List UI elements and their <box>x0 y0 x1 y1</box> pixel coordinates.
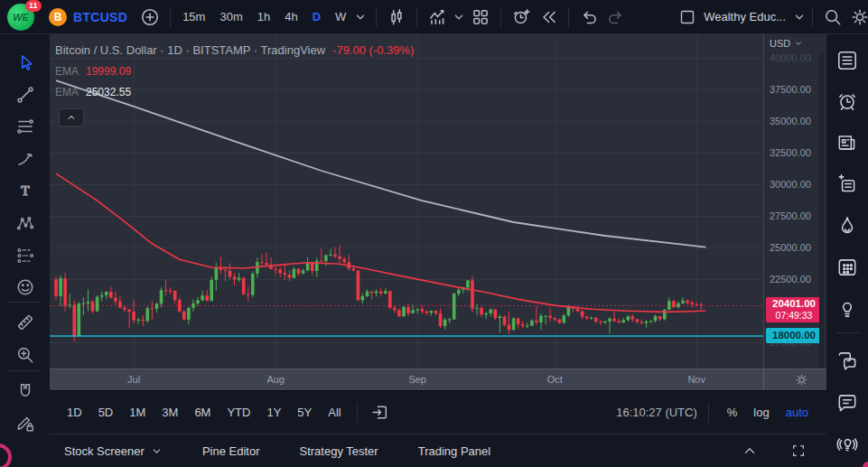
scale-button-log[interactable]: log <box>746 402 776 423</box>
cursor-tool-button[interactable] <box>12 49 39 76</box>
indicator-row[interactable]: EMA19999.09 <box>55 65 414 78</box>
range-button-all[interactable]: All <box>322 402 347 423</box>
time-axis-label-jul: Jul <box>127 374 140 385</box>
magnet-mode-button[interactable] <box>12 378 39 405</box>
chat-bubbles-icon <box>835 349 859 372</box>
toolbar-separator <box>568 7 569 27</box>
create-alert-button[interactable] <box>508 4 535 31</box>
chat-bubble-lines-icon <box>835 391 859 415</box>
timeframe-button-15m[interactable]: 15m <box>177 6 210 27</box>
fullscreen-button[interactable] <box>785 437 812 464</box>
text-icon: T <box>15 181 35 201</box>
news-button[interactable] <box>835 130 860 155</box>
clock[interactable]: 16:10:27 (UTC) <box>616 406 697 419</box>
watchlist-button[interactable] <box>835 48 860 73</box>
lock-drawings-button[interactable] <box>12 409 39 436</box>
scale-button-percent[interactable]: % <box>720 402 745 423</box>
range-button-6m[interactable]: 6M <box>188 402 217 423</box>
toolbar-divider <box>8 302 42 303</box>
toolbar-separator <box>500 7 501 27</box>
panel-tab-pine-editor[interactable]: Pine Editor <box>202 444 260 458</box>
range-button-1d[interactable]: 1D <box>61 402 89 423</box>
indicator-templates-button[interactable] <box>451 4 467 31</box>
panel-tab-strategy-tester[interactable]: Strategy Tester <box>299 444 378 458</box>
chats-button[interactable] <box>835 348 860 373</box>
search-button[interactable] <box>819 4 846 31</box>
pattern-tool-button[interactable] <box>12 210 39 237</box>
saved-layout-button[interactable]: Wealthy Educ... <box>678 8 806 26</box>
range-button-5y[interactable]: 5Y <box>291 402 318 423</box>
ideas-button[interactable] <box>835 296 860 322</box>
timeframe-button-d[interactable]: D <box>307 6 326 27</box>
timeframe-menu-button[interactable] <box>351 4 369 31</box>
panel-expand-button[interactable] <box>736 437 763 464</box>
time-axis-label-sep: Sep <box>408 374 426 385</box>
indicators-button[interactable] <box>424 4 451 31</box>
symbol-compare-add-button[interactable] <box>136 4 163 31</box>
range-button-1m[interactable]: 1M <box>123 402 152 423</box>
alerts-button[interactable] <box>835 89 860 114</box>
undo-button[interactable] <box>575 4 602 31</box>
forecast-tool-button[interactable] <box>12 242 39 269</box>
text-tool-button[interactable]: T <box>12 177 39 204</box>
scrollbar <box>818 45 825 390</box>
chart-title-row[interactable]: Bitcoin / U.S. Dollar · 1D · BITSTAMP · … <box>55 43 414 57</box>
redo-button[interactable] <box>602 4 630 31</box>
timeframe-button-w[interactable]: W <box>330 6 351 27</box>
emoji-tool-button[interactable] <box>12 274 39 301</box>
streams-button[interactable] <box>835 432 860 457</box>
layout-grid-button[interactable] <box>467 4 494 31</box>
range-button-5d[interactable]: 5D <box>92 402 120 423</box>
time-axis-settings-button[interactable] <box>794 372 809 391</box>
indicator-row[interactable]: EMA25032.55 <box>55 86 414 98</box>
timeframe-button-1h[interactable]: 1h <box>252 6 275 27</box>
time-axis-label-aug: Aug <box>266 374 285 385</box>
bar-countdown: 07:49:33 <box>766 310 822 322</box>
trend-line-tool-button[interactable] <box>12 81 39 108</box>
timeframe-button-4h[interactable]: 4h <box>279 6 303 27</box>
top-toolbar: WE 11 B BTCUSD 15m30m1h4hDW <box>0 0 868 34</box>
bar-replay-button[interactable] <box>535 4 562 31</box>
cursor-icon <box>15 52 35 72</box>
scale-button-auto[interactable]: auto <box>779 402 816 423</box>
xabcd-pattern-icon <box>15 213 35 233</box>
range-button-ytd[interactable]: YTD <box>220 402 257 423</box>
price-tick: 37500.00 <box>770 84 811 95</box>
currency-selector[interactable]: USD <box>770 38 803 49</box>
scrollbar-thumb[interactable] <box>819 52 824 369</box>
alarm-clock-icon <box>835 89 859 113</box>
app-logo[interactable]: WE 11 <box>7 4 34 31</box>
currency-label: USD <box>770 38 790 49</box>
measure-tool-button[interactable] <box>12 309 39 336</box>
calendar-button[interactable] <box>835 255 860 280</box>
timeframe-button-30m[interactable]: 30m <box>214 6 247 27</box>
go-to-date-button[interactable] <box>367 399 394 426</box>
settings-button[interactable] <box>846 4 868 31</box>
range-button-1y[interactable]: 1Y <box>260 402 287 423</box>
chart-style-button[interactable] <box>383 4 410 31</box>
legend-collapse-button[interactable] <box>59 108 84 126</box>
sidebar-divider <box>835 332 859 333</box>
range-toolbar: 1D5D1M3M6MYTD1Y5YAll 16:10:27 (UTC) %log… <box>50 390 826 434</box>
panel-tab-trading-panel[interactable]: Trading Panel <box>418 444 490 458</box>
notes-button[interactable] <box>835 172 860 197</box>
hotlists-button[interactable] <box>835 213 860 238</box>
price-tick: 35000.00 <box>770 116 811 126</box>
fib-retracement-tool-button[interactable] <box>12 113 39 140</box>
bottom-panel: Stock ScreenerPine EditorStrategy Tester… <box>50 434 826 467</box>
tradingview-app: WE 11 B BTCUSD 15m30m1h4hDW <box>0 0 868 467</box>
zoom-in-tool-button[interactable] <box>12 341 39 369</box>
symbol-button[interactable]: B BTCUSD <box>49 8 127 26</box>
candlestick-icon <box>387 7 406 27</box>
brush-tool-button[interactable] <box>12 145 39 172</box>
panel-tab-label: Stock Screener <box>64 444 145 458</box>
indicators-icon <box>427 7 447 27</box>
panel-tab-stock-screener[interactable]: Stock Screener <box>64 444 163 458</box>
time-axis[interactable]: JulAugSepOctNov <box>50 369 826 390</box>
right-sidebar <box>826 34 868 467</box>
chevron-down-icon <box>151 445 163 457</box>
range-button-3m[interactable]: 3M <box>155 402 184 423</box>
price-axis[interactable]: USD 37500.0035000.0032500.0030000.002750… <box>763 34 826 369</box>
public-chat-button[interactable] <box>835 390 860 416</box>
smiley-icon <box>15 277 35 297</box>
